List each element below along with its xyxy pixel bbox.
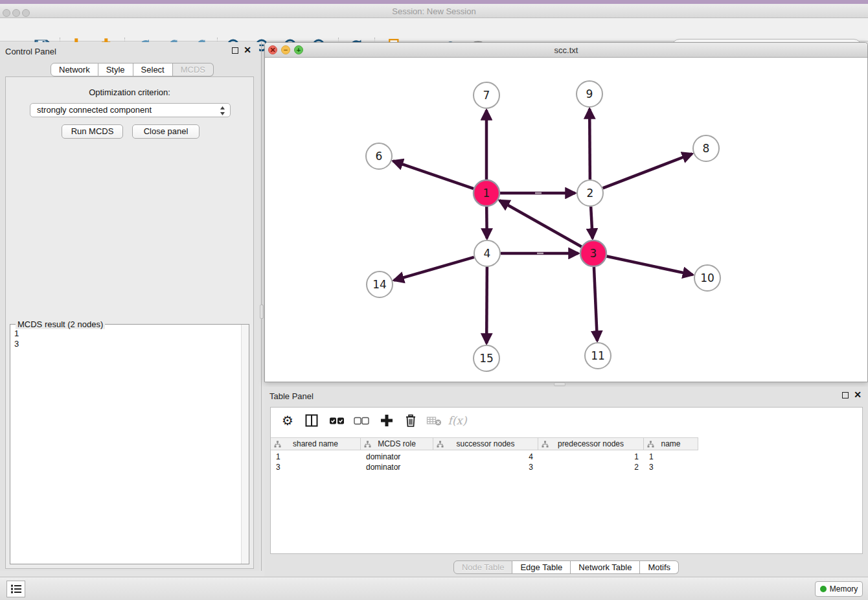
run-mcds-button[interactable]: Run MCDS	[62, 124, 123, 139]
node-label: 3	[590, 247, 597, 260]
float-panel-icon[interactable]	[232, 47, 238, 54]
table-cell[interactable]: 1	[538, 452, 644, 462]
table-cell[interactable]: 4	[433, 452, 538, 462]
graph-node-7[interactable]: 7	[474, 82, 499, 108]
delete-columns-button[interactable]	[402, 411, 420, 430]
edge-2-3[interactable]	[591, 207, 593, 238]
tab-mcds[interactable]: MCDS	[173, 63, 214, 76]
table-tab-edge-table[interactable]: Edge Table	[512, 560, 571, 574]
function-builder-button[interactable]: f(x)	[448, 411, 466, 430]
column-label: successor nodes	[456, 439, 514, 448]
node-label: 7	[483, 89, 490, 102]
mcds-result-title: MCDS result (2 nodes)	[16, 319, 105, 329]
close-panel-button[interactable]: Close panel	[132, 124, 200, 139]
node-label: 10	[700, 271, 714, 284]
edge-1-6[interactable]	[393, 161, 474, 189]
graph-node-1[interactable]: 1	[474, 180, 499, 206]
float-table-panel-icon[interactable]	[842, 392, 849, 398]
control-panel: Control Panel ✕ NetworkStyleSelectMCDS O…	[0, 42, 259, 571]
table-tab-network-table[interactable]: Network Table	[571, 560, 640, 574]
column-header-shared-name[interactable]: shared name	[271, 438, 361, 450]
mcds-result-text[interactable]: 13	[10, 326, 23, 352]
column-header-successor-nodes[interactable]: successor nodes	[433, 438, 538, 450]
task-history-button[interactable]	[6, 581, 25, 597]
table-cell[interactable]: 1	[271, 452, 361, 462]
table-panel: Table Panel ✕ ⚙	[264, 387, 868, 577]
status-bar: Memory	[0, 577, 868, 600]
graph-node-11[interactable]: 11	[585, 343, 611, 369]
fx-icon: f(x)	[448, 414, 466, 427]
graph-node-4[interactable]: 4	[474, 240, 500, 266]
memory-button[interactable]: Memory	[815, 581, 863, 597]
network-title: scc.txt	[265, 45, 867, 55]
network-canvas[interactable]: 7968124310141511	[265, 58, 867, 382]
unselect-all-columns-button[interactable]	[352, 411, 371, 430]
criterion-dropdown[interactable]: strongly connected component	[30, 103, 231, 117]
table-row[interactable]: 1dominator411	[271, 452, 698, 462]
edge-3-10[interactable]	[607, 256, 693, 275]
edge-4-15[interactable]	[486, 267, 487, 343]
split-columns-icon	[304, 413, 319, 428]
edge-3-11[interactable]	[594, 267, 597, 341]
table-cell[interactable]: dominator	[361, 462, 433, 472]
column-header-name[interactable]: name	[644, 438, 698, 450]
table-cell[interactable]: 3	[644, 462, 698, 472]
list-icon	[10, 584, 22, 594]
close-table-panel-icon[interactable]: ✕	[854, 389, 862, 400]
edge-3-1[interactable]	[499, 200, 582, 246]
tab-style[interactable]: Style	[98, 63, 133, 76]
table-settings-button[interactable]: ⚙	[279, 411, 297, 430]
mcds-panel: Optimization criterion: strongly connect…	[5, 76, 254, 569]
edge-1-4[interactable]	[486, 207, 487, 238]
edge-2-9[interactable]	[589, 109, 590, 179]
graph-node-6[interactable]: 6	[366, 143, 392, 169]
select-all-columns-button[interactable]	[328, 411, 346, 430]
tab-select[interactable]: Select	[133, 63, 173, 76]
graph-node-3[interactable]: 3	[580, 240, 606, 266]
table-cell[interactable]: 3	[433, 462, 538, 472]
criterion-value: strongly connected component	[37, 105, 152, 115]
table-toolbar: ⚙	[271, 408, 862, 433]
table-cell[interactable]: 2	[538, 462, 644, 472]
column-label: name	[661, 439, 680, 448]
table-cell[interactable]: 3	[271, 462, 361, 472]
table-panel-title: Table Panel	[269, 391, 314, 401]
add-column-button[interactable]	[378, 411, 396, 430]
window-resize-grip[interactable]	[554, 382, 565, 386]
table-cell[interactable]: dominator	[361, 452, 433, 462]
graph-node-2[interactable]: 2	[577, 180, 603, 206]
graph-node-15[interactable]: 15	[474, 345, 499, 371]
table-tab-node-table[interactable]: Node Table	[453, 560, 513, 574]
result-line: 1	[14, 329, 19, 339]
edge-2-8[interactable]	[603, 154, 692, 188]
network-graph: 7968124310141511	[265, 58, 867, 382]
edge-4-14[interactable]	[394, 257, 474, 281]
network-window-titlebar[interactable]: ✕ − + scc.txt	[265, 43, 867, 58]
mcds-result-box[interactable]: MCDS result (2 nodes) 13	[10, 324, 249, 564]
graph-node-10[interactable]: 10	[694, 265, 720, 291]
table-panel-header: Table Panel ✕	[264, 387, 868, 405]
gear-icon: ⚙	[282, 413, 293, 428]
result-scrollbar[interactable]	[241, 325, 249, 564]
app-window: Session: New Session	[0, 0, 868, 600]
node-label: 2	[587, 187, 594, 200]
table-cell[interactable]: 1	[644, 452, 698, 462]
table-tab-motifs[interactable]: Motifs	[640, 560, 679, 574]
node-label: 6	[376, 150, 383, 163]
splitter-grip[interactable]	[260, 305, 264, 319]
memory-label: Memory	[830, 584, 858, 594]
split-view-button[interactable]	[303, 411, 321, 430]
table-row[interactable]: 3dominator323	[271, 462, 698, 472]
node-label: 4	[484, 247, 491, 260]
graph-node-9[interactable]: 9	[577, 81, 602, 107]
delete-table-button[interactable]	[425, 411, 443, 430]
column-header-MCDS-role[interactable]: MCDS role	[361, 438, 433, 450]
close-panel-icon[interactable]: ✕	[244, 45, 251, 55]
graph-node-14[interactable]: 14	[367, 271, 393, 297]
session-title: Session: New Session	[0, 6, 868, 16]
column-header-predecessor-nodes[interactable]: predecessor nodes	[538, 438, 644, 450]
tab-network[interactable]: Network	[51, 63, 98, 76]
panel-splitter[interactable]	[260, 42, 264, 571]
main-titlebar[interactable]: Session: New Session	[0, 4, 868, 18]
graph-node-8[interactable]: 8	[693, 135, 719, 161]
